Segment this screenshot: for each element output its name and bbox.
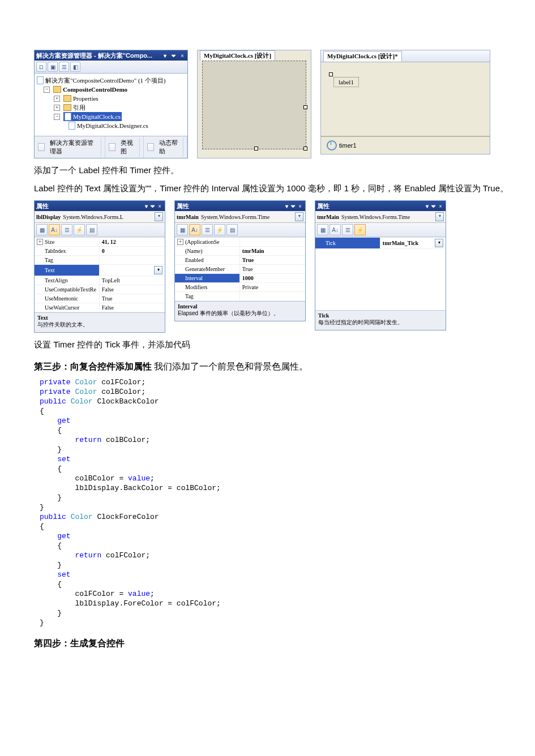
close-icon[interactable]: × (156, 203, 163, 209)
property-description: Text与控件关联的文本。 (35, 312, 165, 332)
tree-properties[interactable]: +Properties (37, 94, 185, 103)
property-row[interactable]: UseWaitCursorFalse (35, 303, 165, 312)
property-row[interactable]: (Name)tmrMain (175, 247, 305, 256)
property-row[interactable]: UseCompatibleTextReFalse (35, 285, 165, 294)
solution-icon (37, 76, 44, 84)
showall-icon[interactable]: ▣ (48, 62, 58, 72)
events-icon[interactable]: ⚡ (74, 224, 85, 235)
paragraph-3: 设置 Timer 控件的 Tick 事件，并添加代码 (34, 338, 532, 351)
collapse-icon[interactable]: − (44, 87, 50, 93)
properties-icon[interactable]: ☰ (61, 224, 72, 235)
property-row[interactable]: TabIndex0 (35, 247, 165, 256)
expand-icon[interactable]: + (37, 239, 43, 245)
object-selector[interactable]: tmrMain System.Windows.Forms.Time▾ (315, 211, 446, 223)
solution-tree[interactable]: 解决方案"CompositeControlDemo" (1 个项目) −Comp… (35, 74, 187, 136)
alphabetical-icon[interactable]: A↓ (189, 224, 200, 235)
property-row[interactable]: Text▾ (35, 265, 165, 276)
properties-icon[interactable]: ☰ (342, 224, 353, 235)
pin-icon[interactable]: ⏷ (430, 203, 437, 209)
properties-titlebar[interactable]: 属性▾⏷× (35, 201, 165, 211)
pages-icon[interactable]: ▤ (86, 224, 97, 235)
dropdown-icon[interactable]: ▾ (162, 53, 169, 59)
property-row[interactable]: ModifiersPrivate (175, 283, 305, 292)
property-row[interactable]: EnabledTrue (175, 256, 305, 265)
property-grid[interactable]: +(ApplicationSe(Name)tmrMainEnabledTrueG… (175, 237, 305, 301)
explorer-titlebar[interactable]: 解决方案资源管理器 - 解决方案"Compo... ▾ ⏷ × (35, 50, 187, 61)
explorer-title: 解决方案资源管理器 - 解决方案"Compo... (36, 51, 152, 60)
categorized-icon[interactable]: ▦ (317, 224, 328, 235)
dropdown-icon[interactable]: ▾ (435, 239, 443, 247)
property-row[interactable]: TicktmrMain_Tick▾ (315, 238, 446, 249)
properties-titlebar[interactable]: 属性▾⏷× (315, 201, 446, 211)
pin-icon[interactable]: ⏷ (290, 203, 297, 209)
object-selector[interactable]: tmrMain System.Windows.Forms.Time▾ (175, 211, 305, 223)
collapse-icon[interactable]: − (54, 114, 60, 120)
code-block: private Color colFColor; private Color c… (40, 377, 532, 628)
designer-empty[interactable]: MyDigitalClock.cs [设计] (197, 50, 311, 158)
tree-designer-file[interactable]: MyDigitalClock.Designer.cs (37, 121, 185, 130)
folder-icon (63, 95, 71, 102)
properties-toolbar: ▦A↓☰⚡▤ (175, 223, 305, 237)
alphabetical-icon[interactable]: A↓ (329, 224, 341, 235)
properties-icon[interactable]: ☰ (202, 224, 213, 235)
tab-class-view[interactable]: 类视图 (105, 136, 144, 158)
designer-surface[interactable]: label1 (321, 62, 490, 136)
close-icon[interactable]: × (179, 53, 186, 59)
cs-icon (65, 113, 71, 121)
dropdown-icon[interactable]: ▾ (154, 266, 162, 274)
close-icon[interactable]: × (437, 203, 444, 209)
tree-solution[interactable]: 解决方案"CompositeControlDemo" (1 个项目) (37, 76, 185, 85)
tree-file-holder: −MyDigitalClock.cs (37, 112, 185, 121)
label-control[interactable]: label1 (333, 77, 359, 87)
tab-solution-explorer[interactable]: 解决方案资源管理器 (35, 136, 105, 158)
properties-icon[interactable]: ☰ (59, 62, 69, 72)
alphabetical-icon[interactable]: A↓ (49, 224, 60, 235)
object-selector[interactable]: lblDisplay System.Windows.Forms.L▾ (35, 211, 165, 223)
designer-controls[interactable]: MyDigitalClock.cs [设计]* label1 timer1 (320, 50, 490, 154)
tree-file-selected[interactable]: MyDigitalClock.cs (63, 112, 122, 121)
tree-project[interactable]: −CompositeControlDemo (37, 85, 185, 94)
property-row[interactable]: GenerateMemberTrue (175, 265, 305, 274)
expand-icon[interactable]: + (54, 105, 60, 111)
tree-references[interactable]: +引用 (37, 103, 185, 112)
refresh-icon[interactable]: 🗋 (36, 62, 46, 72)
property-description: Tick每当经过指定的时间间隔时发生。 (315, 310, 446, 330)
pin-icon[interactable]: ⏷ (149, 203, 156, 209)
designer-tab[interactable]: MyDigitalClock.cs [设计] (200, 50, 275, 61)
folder-icon (63, 104, 71, 111)
solution-explorer: 解决方案资源管理器 - 解决方案"Compo... ▾ ⏷ × 🗋 ▣ ☰ ◧ … (34, 50, 188, 158)
dropdown-icon[interactable]: ▾ (295, 212, 303, 221)
dropdown-icon[interactable]: ▾ (423, 203, 430, 209)
events-icon[interactable]: ⚡ (214, 224, 225, 235)
view-icon[interactable]: ◧ (70, 62, 80, 72)
property-grid[interactable]: +Size41, 12TabIndex0TagText▾TextAlignTop… (35, 237, 165, 312)
dropdown-icon[interactable]: ▾ (155, 212, 163, 221)
events-icon[interactable]: ⚡ (354, 224, 366, 235)
component-tray[interactable]: timer1 (321, 136, 490, 154)
property-row[interactable]: +(ApplicationSe (175, 238, 305, 247)
properties-titlebar[interactable]: 属性▾⏷× (175, 201, 305, 211)
property-row[interactable]: UseMnemonicTrue (35, 294, 165, 303)
property-row[interactable]: Tag (175, 292, 305, 301)
categorized-icon[interactable]: ▦ (177, 224, 188, 235)
designer-surface[interactable] (202, 61, 306, 149)
dropdown-icon[interactable]: ▾ (283, 203, 290, 209)
timer-icon (327, 140, 337, 151)
categorized-icon[interactable]: ▦ (36, 224, 48, 235)
tab-icon (147, 143, 154, 151)
dropdown-icon[interactable]: ▾ (143, 203, 149, 209)
property-row[interactable]: +Size41, 12 (35, 238, 165, 247)
pages-icon[interactable]: ▤ (226, 224, 238, 235)
expand-icon[interactable]: + (54, 96, 60, 102)
dropdown-icon[interactable]: ▾ (435, 212, 444, 221)
close-icon[interactable]: × (297, 203, 303, 209)
property-grid[interactable]: TicktmrMain_Tick▾ (315, 237, 446, 310)
expand-icon[interactable]: + (177, 239, 183, 245)
tab-dynamic-help[interactable]: 动态帮助 (144, 136, 187, 158)
property-row[interactable]: Interval1000 (175, 274, 305, 283)
property-row[interactable]: Tag (35, 256, 165, 265)
paragraph-1: 添加了一个 Label 控件和 Timer 控件。 (34, 164, 532, 177)
pin-icon[interactable]: ⏷ (170, 53, 177, 59)
designer-tab[interactable]: MyDigitalClock.cs [设计]* (323, 51, 402, 62)
property-row[interactable]: TextAlignTopLeft (35, 276, 165, 285)
